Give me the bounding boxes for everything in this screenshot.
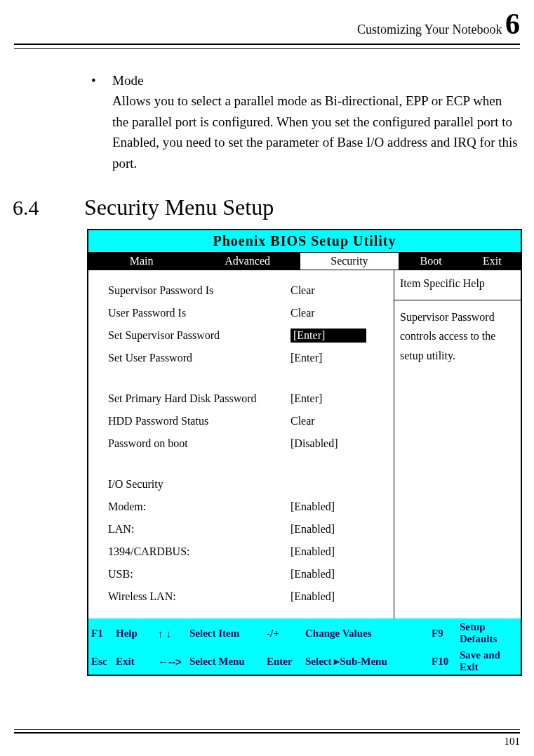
field-user-pw-is[interactable]: User Password Is Clear (108, 305, 394, 321)
page-number: 101 (14, 736, 520, 748)
tab-exit[interactable]: Exit (464, 253, 521, 270)
key-select-sub: Select ▸Sub-Menu (305, 655, 432, 668)
field-value: [Disabled] (291, 437, 361, 450)
key-f1: F1 (91, 628, 116, 639)
field-label: Set Primary Hard Disk Password (108, 392, 291, 405)
bios-key-bar: F1 Help ↑ ↓ Select Item -/+ Change Value… (88, 618, 521, 675)
field-label: Supervisor Password Is (108, 284, 291, 297)
key-plusminus: -/+ (267, 628, 305, 639)
field-value: [Enabled] (291, 568, 361, 581)
key-setup-defaults: Setup Defaults (460, 621, 516, 645)
field-label: Wireless LAN: (108, 590, 291, 603)
bios-left-panel: Supervisor Password Is Clear User Passwo… (88, 270, 394, 618)
field-label: Password on boot (108, 437, 291, 450)
key-select-item: Select Item (189, 628, 267, 639)
io-security-heading: I/O Security (108, 477, 394, 492)
field-label: LAN: (108, 523, 291, 536)
key-change-values: Change Values (305, 628, 432, 639)
field-value-selected: [Enter] (291, 329, 366, 343)
bullet-label: Mode (112, 70, 520, 91)
field-password-on-boot[interactable]: Password on boot [Disabled] (108, 436, 394, 451)
field-label: Modem: (108, 500, 291, 513)
field-value: [Enter] (291, 392, 361, 405)
field-label: Set User Password (108, 352, 291, 364)
tab-main[interactable]: Main (88, 253, 194, 270)
key-enter: Enter (267, 656, 305, 668)
key-help: Help (116, 628, 158, 639)
field-supervisor-pw-is[interactable]: Supervisor Password Is Clear (108, 283, 394, 298)
section-number: 6.4 (13, 196, 84, 220)
field-lan[interactable]: LAN: [Enabled] (108, 522, 394, 537)
field-label: User Password Is (108, 307, 291, 319)
tab-advanced[interactable]: Advanced (194, 253, 300, 270)
field-label: I/O Security (108, 478, 291, 491)
chapter-number: 6 (505, 8, 520, 40)
section-heading: 6.4Security Menu Setup (14, 194, 520, 220)
page-footer: 101 (14, 729, 520, 748)
help-title: Item Specific Help (394, 270, 521, 300)
section-title: Security Menu Setup (84, 194, 274, 220)
field-set-user-pw[interactable]: Set User Password [Enter] (108, 350, 394, 366)
header-title: Customizing Your Notebook (357, 22, 502, 37)
key-f10: F10 (432, 656, 460, 668)
field-value: [Enabled] (291, 500, 361, 513)
field-wireless-lan[interactable]: Wireless LAN: [Enabled] (108, 589, 394, 604)
key-esc: Esc (91, 656, 116, 668)
bullet-description: Allows you to select a parallel mode as … (112, 91, 520, 173)
field-hdd-pw-status[interactable]: HDD Password Status Clear (108, 413, 394, 429)
field-value: [Enter] (291, 352, 361, 364)
field-label: 1394/CARDBUS: (108, 545, 291, 558)
field-label: Set Supervisor Password (108, 329, 291, 342)
bios-menu-bar: Main Advanced Security Boot Exit (88, 253, 521, 270)
help-body: Supervisor Password controls access to t… (394, 300, 521, 372)
header-rule (14, 48, 520, 49)
key-select-menu: Select Menu (189, 656, 267, 668)
tab-boot[interactable]: Boot (399, 253, 464, 270)
field-1394-cardbus[interactable]: 1394/CARDBUS: [Enabled] (108, 544, 394, 559)
field-set-primary-hdd-pw[interactable]: Set Primary Hard Disk Password [Enter] (108, 391, 394, 406)
field-set-supervisor-pw[interactable]: Set Supervisor Password [Enter] (108, 328, 394, 343)
key-exit: Exit (116, 656, 158, 668)
field-value: Clear (291, 415, 361, 427)
field-value: [Enabled] (291, 545, 361, 558)
tab-security[interactable]: Security (300, 253, 398, 270)
field-usb[interactable]: USB: [Enabled] (108, 566, 394, 582)
key-f9: F9 (432, 628, 460, 639)
field-value: Clear (291, 307, 361, 319)
updown-arrow-icon: ↑ ↓ (158, 628, 189, 639)
bios-title: Phoenix BIOS Setup Utility (88, 230, 521, 253)
bullet-dot: • (91, 70, 112, 173)
key-save-exit: Save and Exit (460, 649, 516, 673)
field-label: HDD Password Status (108, 415, 291, 427)
body-text-block: • Mode Allows you to select a parallel m… (91, 70, 520, 173)
field-label: USB: (108, 568, 291, 581)
leftright-arrow-icon: ←--> (158, 656, 189, 668)
field-value: [Enabled] (291, 523, 361, 536)
bios-setup-box: Phoenix BIOS Setup Utility Main Advanced… (87, 229, 522, 676)
field-value: [Enabled] (291, 590, 361, 603)
field-value: Clear (291, 284, 361, 297)
page-header: Customizing Your Notebook 6 (14, 7, 520, 45)
bios-help-panel: Item Specific Help Supervisor Password c… (394, 270, 521, 618)
field-modem[interactable]: Modem: [Enabled] (108, 499, 394, 515)
